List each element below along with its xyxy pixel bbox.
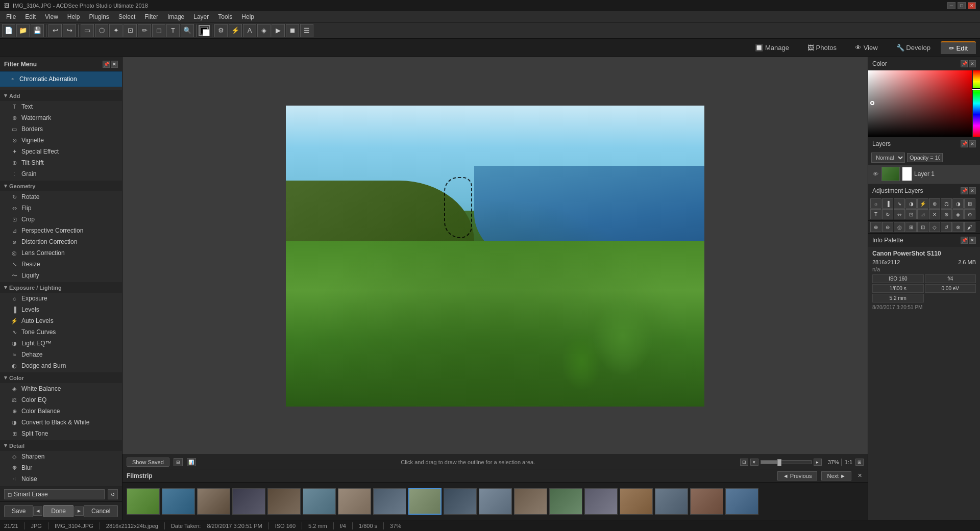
filter-rotate[interactable]: ↻ Rotate (0, 191, 122, 203)
filter-liquify[interactable]: 〜 Liquify (0, 270, 122, 281)
cancel-button[interactable]: Cancel (84, 505, 118, 517)
filter-watermark[interactable]: ⊛ Watermark (0, 112, 122, 123)
adj-btn-20[interactable]: ⊖ (882, 222, 893, 232)
layers-panel-close[interactable]: ✕ (969, 140, 976, 147)
adj-btn-1[interactable]: ☼ (870, 198, 881, 209)
filter-color-eq[interactable]: ⚖ Color EQ (0, 394, 122, 406)
filter-dodge-burn[interactable]: ◐ Dodge and Burn (0, 360, 122, 371)
thumb-13[interactable] (549, 488, 582, 515)
zoom-down-btn[interactable]: ▾ (750, 459, 758, 466)
tb-extra-7[interactable]: ☰ (300, 24, 313, 37)
filter-special-effect[interactable]: ✦ Special Effect (0, 146, 122, 157)
tb-text[interactable]: T (166, 24, 180, 37)
filter-perspective-correction[interactable]: ⊿ Perspective Correction (0, 225, 122, 236)
filter-chromatic-aberration[interactable]: ⚬ Chromatic Aberration (4, 73, 118, 85)
thumb-1[interactable] (127, 488, 160, 515)
filter-dehaze[interactable]: ≈ Dehaze (0, 349, 122, 360)
filter-distortion-correction[interactable]: ⌀ Distortion Correction (0, 236, 122, 247)
histogram-btn[interactable]: 📊 (187, 458, 196, 466)
filter-levels[interactable]: ▐ Levels (0, 304, 122, 315)
next-state-btn[interactable]: ► (75, 507, 84, 516)
filter-grain[interactable]: ⁚ Grain (0, 168, 122, 180)
layer-visibility-icon[interactable]: 👁 (871, 170, 879, 178)
menu-layer[interactable]: Layer (189, 12, 213, 21)
filter-white-balance[interactable]: ◈ White Balance (0, 383, 122, 394)
layers-panel-pin[interactable]: 📌 (961, 140, 968, 147)
tb-new[interactable]: 📄 (2, 24, 15, 37)
adj-btn-2[interactable]: ▐ (882, 198, 893, 209)
info-panel-pin[interactable]: 📌 (961, 237, 968, 244)
thumb-11[interactable] (479, 488, 512, 515)
thumb-15[interactable] (620, 488, 653, 515)
adj-btn-12[interactable]: ⇔ (894, 209, 905, 219)
thumb-18[interactable] (725, 488, 758, 515)
menu-help-top[interactable]: Help (63, 12, 84, 21)
color-gradient[interactable] (868, 70, 980, 137)
filter-auto-levels[interactable]: ⚡ Auto Levels (0, 315, 122, 326)
tb-zoom[interactable]: 🔍 (181, 24, 194, 37)
minimize-btn[interactable]: ─ (947, 2, 955, 9)
filter-vignette[interactable]: ⊙ Vignette (0, 135, 122, 146)
menu-image[interactable]: Image (163, 12, 188, 21)
tab-view[interactable]: 👁 View (847, 42, 886, 54)
adj-btn-18[interactable]: ⊙ (964, 209, 975, 219)
filmstrip-prev-btn[interactable]: ◄ Previous (777, 471, 818, 481)
filter-convert-bw[interactable]: ◑ Convert to Black & White (0, 417, 122, 428)
zoom-fit-btn[interactable]: ⊡ (740, 459, 748, 466)
filter-tilt-shift[interactable]: ⊕ Tilt-Shift (0, 157, 122, 168)
thumb-7[interactable] (338, 488, 371, 515)
zoom-slider[interactable] (761, 460, 812, 464)
section-geometry[interactable]: ▾ Geometry (0, 181, 122, 191)
adj-btn-26[interactable]: ⊗ (952, 222, 964, 232)
tb-select[interactable]: ▭ (81, 24, 94, 37)
adj-btn-14[interactable]: ⊿ (917, 209, 928, 219)
menu-file[interactable]: File (2, 12, 20, 21)
color-panel-close[interactable]: ✕ (969, 60, 976, 67)
thumb-17[interactable] (690, 488, 723, 515)
window-controls[interactable]: ─ □ ✕ (947, 2, 976, 9)
filter-text[interactable]: T Text (0, 101, 122, 112)
thumb-12[interactable] (514, 488, 547, 515)
filter-noise[interactable]: ⁖ Noise (0, 473, 122, 485)
adj-btn-25[interactable]: ↺ (941, 222, 952, 232)
thumb-8[interactable] (373, 488, 406, 515)
section-add[interactable]: ▾ Add (0, 90, 122, 101)
adj-btn-8[interactable]: ◑ (952, 198, 964, 209)
adj-btn-22[interactable]: ⊞ (905, 222, 917, 232)
section-exposure[interactable]: ▾ Exposure / Lighting (0, 282, 122, 293)
thumb-10[interactable] (444, 488, 477, 515)
zoom-up-btn[interactable]: ▸ (814, 459, 822, 466)
filter-blur[interactable]: ❋ Blur (0, 462, 122, 473)
thumb-9-active[interactable] (408, 488, 442, 515)
tb-lasso[interactable]: ⬡ (95, 24, 108, 37)
tab-photos[interactable]: 🖼 Photos (799, 42, 845, 54)
adj-layers-pin[interactable]: 📌 (961, 187, 968, 194)
blend-mode-select[interactable]: Normal (871, 153, 905, 163)
filmstrip-close-btn[interactable]: ✕ (855, 472, 864, 480)
tb-magic[interactable]: ✦ (109, 24, 122, 37)
adj-btn-24[interactable]: ◇ (929, 222, 940, 232)
filmstrip-next-btn[interactable]: Next ► (821, 471, 851, 481)
tab-develop[interactable]: 🔧 Develop (888, 42, 939, 54)
canvas-area[interactable] (122, 57, 868, 454)
adj-btn-7[interactable]: ⚖ (941, 198, 952, 209)
menu-help[interactable]: Help (237, 12, 258, 21)
tb-color-fg[interactable] (199, 25, 210, 36)
filter-tone-curves[interactable]: ∿ Tone Curves (0, 326, 122, 338)
color-panel-pin[interactable]: 📌 (961, 60, 968, 67)
adj-layers-close[interactable]: ✕ (969, 187, 976, 194)
adj-btn-27[interactable]: 🖌 (964, 222, 975, 232)
hue-bar[interactable] (973, 70, 980, 137)
done-button[interactable]: Done (43, 505, 74, 517)
adj-btn-4[interactable]: ◑ (905, 198, 917, 209)
tb-brush[interactable]: ✏ (138, 24, 151, 37)
tb-extra-3[interactable]: A (243, 24, 256, 37)
adj-btn-15[interactable]: ✕ (929, 209, 940, 219)
tb-extra-1[interactable]: ⚙ (214, 24, 228, 37)
show-saved-button[interactable]: Show Saved (127, 458, 169, 467)
save-button[interactable]: Save (4, 505, 33, 517)
tb-extra-6[interactable]: ⏹ (286, 24, 299, 37)
info-panel-close[interactable]: ✕ (969, 237, 976, 244)
adj-btn-17[interactable]: ◈ (952, 209, 964, 219)
thumb-6[interactable] (303, 488, 336, 515)
